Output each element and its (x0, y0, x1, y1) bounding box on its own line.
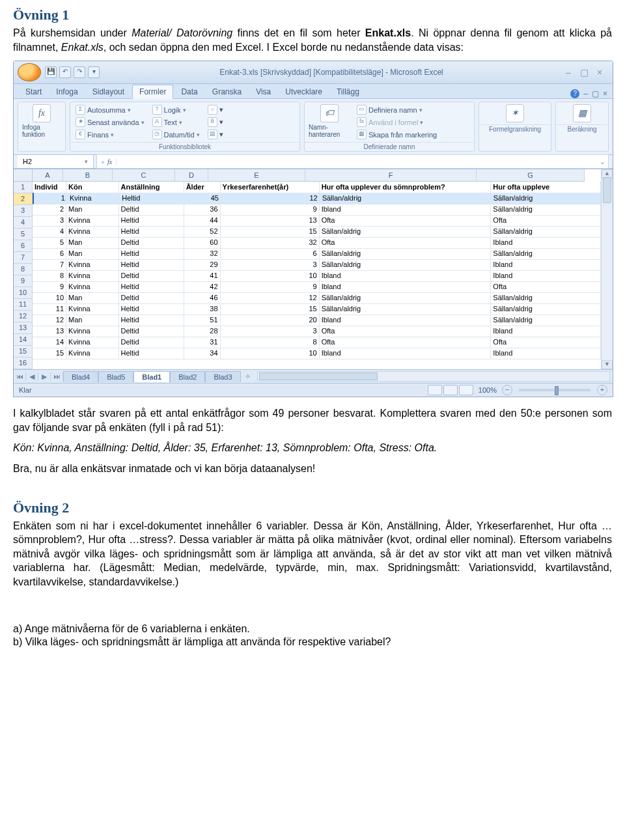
cell[interactable]: Sällan/aldrig (491, 292, 601, 304)
cell[interactable]: 1 (33, 193, 68, 204)
cell[interactable]: Sällan/aldrig (320, 248, 492, 260)
cell[interactable]: Heltid (119, 281, 184, 293)
undo-icon[interactable]: ↶ (59, 66, 71, 78)
view-normal-icon[interactable] (428, 385, 442, 395)
tab-granska[interactable]: Granska (206, 85, 248, 98)
col-header[interactable]: G (477, 169, 585, 182)
cell[interactable]: 34 (184, 348, 221, 359)
row-header[interactable]: 13 (14, 322, 33, 334)
text-button[interactable]: AText (151, 117, 201, 128)
header-cell[interactable]: Individ (33, 182, 66, 193)
cell[interactable]: 45 (185, 193, 221, 204)
row-header[interactable]: 12 (14, 311, 33, 322)
close-button[interactable]: × (594, 67, 605, 77)
cell[interactable]: 41 (184, 270, 221, 282)
name-box[interactable]: H2 ▾ (18, 155, 94, 168)
more-button[interactable]: ▤▾ (206, 129, 225, 140)
cell[interactable]: Deltid (119, 270, 184, 282)
cell[interactable]: 2 (33, 204, 66, 216)
row-header[interactable]: 7 (14, 252, 33, 264)
cell[interactable]: Deltid (119, 337, 184, 348)
cell[interactable]: Sällan/aldrig (320, 259, 492, 271)
cell[interactable]: 28 (184, 326, 221, 337)
cell[interactable]: 14 (33, 337, 66, 348)
cell[interactable]: 15 (221, 226, 320, 238)
tab-utvecklare[interactable]: Utvecklare (279, 85, 329, 98)
cell[interactable]: Heltid (119, 226, 184, 238)
row-header[interactable]: 2 (14, 193, 33, 205)
cell[interactable]: 32 (221, 237, 320, 249)
cell[interactable]: Sällan/aldrig (491, 303, 601, 315)
horizontal-scrollbar[interactable] (257, 371, 610, 382)
cell[interactable]: 4 (33, 226, 66, 238)
cell[interactable]: Ibland (491, 237, 601, 249)
fx-label-icon[interactable]: fx (107, 158, 112, 165)
cell[interactable]: Kvinna (66, 281, 118, 293)
col-header[interactable]: F (305, 169, 477, 182)
hscroll-thumb[interactable] (259, 372, 378, 380)
define-name-button[interactable]: ▭Definiera namn (355, 104, 438, 115)
cell[interactable]: 3 (221, 259, 320, 271)
sheet-tab[interactable]: Blad3 (205, 371, 240, 382)
cell[interactable]: 9 (221, 204, 320, 216)
header-cell[interactable]: Hur ofta upplever du sömnproblem? (320, 182, 492, 193)
cell[interactable]: 32 (184, 248, 221, 260)
col-header[interactable]: A (33, 169, 63, 182)
cell[interactable]: Man (66, 248, 118, 260)
cell[interactable]: Heltid (120, 193, 185, 204)
audit-button[interactable]: ✶ (494, 104, 536, 122)
cell[interactable]: 11 (33, 303, 66, 315)
cell[interactable]: 9 (33, 281, 66, 293)
cell[interactable]: Heltid (119, 259, 184, 271)
sheet-tab[interactable]: Blad4 (63, 371, 98, 382)
fx-cancel-icon[interactable]: ● (101, 158, 105, 165)
cell[interactable]: Heltid (119, 348, 184, 359)
tab-start[interactable]: Start (19, 85, 48, 98)
row-header[interactable]: 10 (14, 287, 33, 299)
name-manager-button[interactable]: 🏷 Namn- hanteraren (309, 104, 350, 138)
cell[interactable]: Sällan/aldrig (491, 315, 601, 326)
sheet-prev-icon[interactable]: ◀ (26, 372, 38, 381)
col-header[interactable]: D (175, 169, 208, 182)
header-cell[interactable]: Anställning (119, 182, 184, 193)
cell[interactable]: 3 (33, 215, 66, 227)
use-in-formula-button[interactable]: fxAnvänd i formel (355, 117, 438, 128)
vscroll-thumb[interactable] (603, 177, 611, 203)
cell[interactable]: Kvinna (68, 193, 120, 204)
tab-sidlayout[interactable]: Sidlayout (86, 85, 131, 98)
zoom-out-button[interactable]: − (502, 385, 512, 395)
cell[interactable]: Ofta (320, 326, 492, 337)
header-cell[interactable]: Hur ofta uppleve (491, 182, 601, 193)
zoom-slider[interactable] (519, 389, 590, 391)
header-cell[interactable]: Yrkeserfarenhet(år) (221, 182, 320, 193)
cell[interactable]: Ibland (320, 348, 492, 359)
cell[interactable]: Sällan/aldrig (491, 204, 601, 216)
cell[interactable]: Deltid (119, 204, 184, 216)
cell[interactable]: 12 (221, 193, 320, 204)
vertical-scrollbar[interactable]: ▲ ▼ (601, 169, 613, 369)
cell[interactable]: 10 (33, 292, 66, 304)
row-header[interactable]: 4 (14, 217, 33, 229)
cell[interactable]: 3 (221, 326, 320, 337)
sheet-tab[interactable]: Blad2 (170, 371, 205, 382)
cell[interactable]: 13 (221, 215, 320, 227)
autosum-button[interactable]: ΣAutosumma (74, 104, 146, 115)
cell[interactable]: 52 (184, 226, 221, 238)
sheet-next-icon[interactable]: ▶ (38, 372, 51, 381)
tab-infoga[interactable]: Infoga (49, 85, 84, 98)
cell[interactable]: 8 (33, 270, 66, 282)
row-header[interactable]: 9 (14, 275, 33, 287)
cell[interactable]: Ofta (491, 281, 601, 293)
cell[interactable]: 10 (221, 270, 320, 282)
cell[interactable]: 8 (221, 337, 320, 348)
cell[interactable]: 13 (33, 326, 66, 337)
cell[interactable]: Kvinna (66, 215, 118, 227)
col-header[interactable]: B (63, 169, 113, 182)
cell[interactable]: Ofta (320, 337, 492, 348)
cell[interactable]: Sällan/aldrig (320, 193, 492, 204)
cell[interactable]: Ibland (320, 281, 492, 293)
cell[interactable]: Ibland (491, 270, 601, 282)
recent-button[interactable]: ★Senast använda (74, 117, 146, 128)
cell[interactable]: Ofta (491, 337, 601, 348)
cell[interactable]: Kvinna (66, 326, 118, 337)
